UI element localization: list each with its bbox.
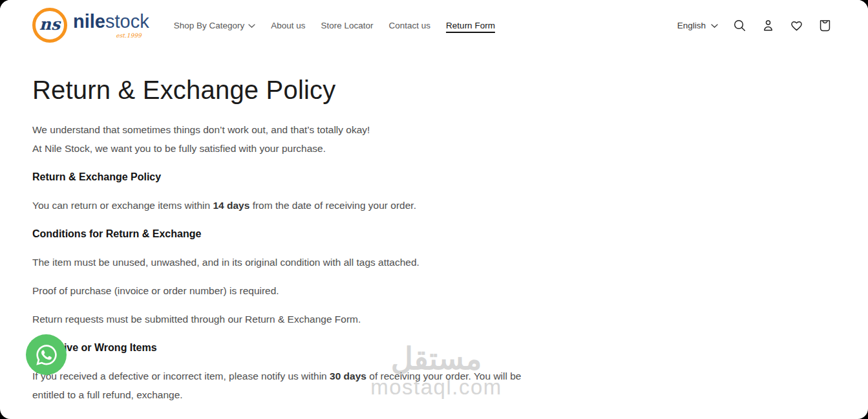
policy-subheading: Defective or Wrong Items bbox=[32, 338, 546, 357]
brand-name-light: stock bbox=[105, 11, 149, 32]
account-button[interactable] bbox=[761, 19, 775, 32]
cart-button[interactable] bbox=[818, 19, 832, 32]
header-actions: English bbox=[677, 19, 832, 32]
policy-content: We understand that sometimes things don’… bbox=[32, 120, 546, 404]
policy-paragraph: Proof of purchase (invoice or order numb… bbox=[32, 281, 546, 300]
brand-logo[interactable]: ns nilestock est.1999 bbox=[32, 8, 149, 43]
page: ns nilestock est.1999 Shop By CategoryAb… bbox=[0, 0, 868, 419]
brand-established-label: est.1999 bbox=[73, 33, 142, 39]
whatsapp-icon bbox=[35, 343, 58, 367]
wishlist-button[interactable] bbox=[790, 19, 803, 32]
account-icon bbox=[761, 19, 775, 32]
site-header: ns nilestock est.1999 Shop By CategoryAb… bbox=[0, 0, 868, 50]
chevron-down-icon bbox=[711, 24, 718, 28]
language-selector[interactable]: English bbox=[677, 21, 718, 30]
nav-item-label: Store Locator bbox=[321, 21, 374, 30]
main-content: Return & Exchange Policy We understand t… bbox=[0, 75, 868, 404]
nav-item-label: Contact us bbox=[389, 21, 431, 30]
language-selector-label: English bbox=[677, 21, 706, 30]
policy-paragraph: We understand that sometimes things don’… bbox=[32, 120, 546, 158]
page-title: Return & Exchange Policy bbox=[32, 75, 836, 105]
nav-item-contact-us[interactable]: Contact us bbox=[389, 21, 431, 30]
search-button[interactable] bbox=[733, 19, 746, 32]
heart-icon bbox=[790, 19, 803, 32]
nav-item-return-form[interactable]: Return Form bbox=[446, 21, 495, 30]
nav-item-store-locator[interactable]: Store Locator bbox=[321, 21, 374, 30]
policy-subheading: Return & Exchange Policy bbox=[32, 167, 546, 186]
chevron-down-icon bbox=[248, 24, 255, 28]
nav-item-shop-by-category[interactable]: Shop By Category bbox=[174, 21, 256, 30]
main-nav: Shop By CategoryAbout usStore LocatorCon… bbox=[174, 21, 495, 30]
nav-item-label: Shop By Category bbox=[174, 21, 245, 30]
cart-icon bbox=[818, 19, 832, 32]
nav-item-label: Return Form bbox=[446, 21, 495, 30]
policy-subheading: Conditions for Return & Exchange bbox=[32, 224, 546, 243]
brand-wordmark: nilestock est.1999 bbox=[73, 12, 149, 39]
policy-paragraph: If you received a defective or incorrect… bbox=[32, 367, 546, 404]
policy-paragraph: Return requests must be submitted throug… bbox=[32, 310, 546, 328]
nav-item-about-us[interactable]: About us bbox=[271, 21, 305, 30]
nav-item-label: About us bbox=[271, 21, 305, 30]
brand-monogram-icon: ns bbox=[32, 8, 67, 43]
policy-paragraph: The item must be unused, unwashed, and i… bbox=[32, 253, 546, 272]
brand-name-bold: nile bbox=[73, 11, 105, 32]
search-icon bbox=[733, 19, 746, 32]
whatsapp-button[interactable] bbox=[26, 334, 67, 375]
policy-paragraph: You can return or exchange items within … bbox=[32, 196, 546, 215]
